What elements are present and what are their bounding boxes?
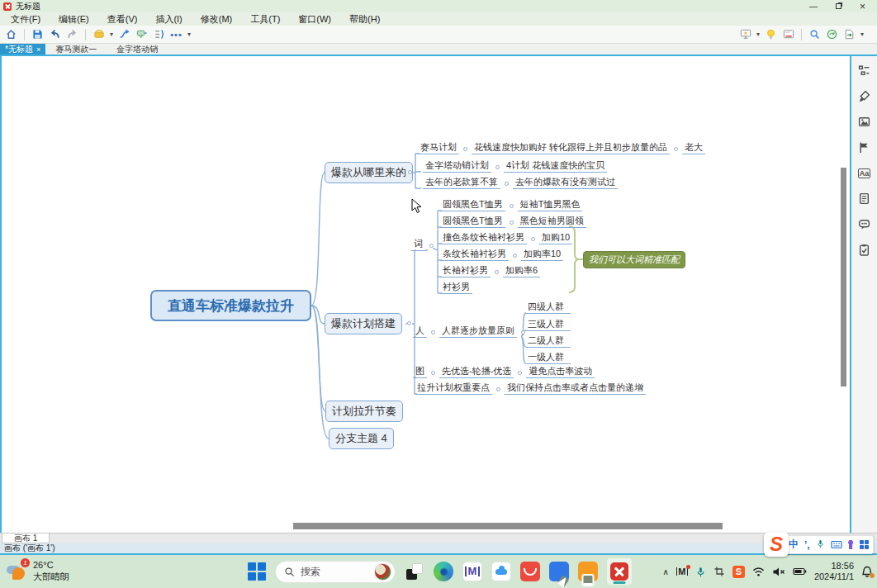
audience-level-3[interactable]: 三级人群 — [526, 319, 571, 331]
start-button[interactable] — [248, 562, 266, 581]
menu-insert[interactable]: 插入(I) — [146, 13, 191, 26]
close-button[interactable]: × — [860, 2, 865, 11]
topic-row[interactable]: 人 人群逐步放量原则 — [413, 325, 529, 338]
topic-text[interactable]: 圆领黑色T恤男 — [440, 216, 505, 228]
tray-sogou-icon[interactable]: S — [732, 566, 745, 578]
collapse-dot[interactable] — [510, 220, 514, 225]
task-panel-button[interactable] — [857, 243, 872, 257]
topic-text[interactable]: 金字塔动销计划 — [423, 160, 491, 173]
topic-row[interactable]: 图 先优选-轮播-优选 避免点击率波动 — [413, 366, 595, 378]
tab-saima-cekuan[interactable]: 赛马测款一 — [45, 44, 107, 55]
topic-row[interactable]: 金字塔动销计划 4计划 花钱速度快的宝贝 — [423, 160, 607, 173]
topic-text[interactable]: 黑色短袖男圆领 — [518, 216, 586, 228]
taskbar-weather[interactable]: 1 26°C 大部晴朗 — [7, 559, 69, 582]
search-highlight-avatar[interactable] — [374, 563, 391, 581]
note-panel-button[interactable] — [857, 192, 872, 206]
vertical-scrollbar[interactable] — [841, 168, 846, 386]
sogou-punctuation-icon[interactable]: ’, — [804, 539, 810, 551]
sogou-keyboard-icon[interactable] — [831, 538, 842, 552]
edge-browser-icon[interactable] — [434, 562, 453, 581]
topic-text[interactable]: 加购率6 — [503, 265, 540, 277]
mind-app-icon[interactable]: M — [462, 562, 482, 581]
menu-view[interactable]: 查看(V) — [98, 13, 147, 26]
volume-muted-icon[interactable] — [772, 567, 785, 577]
export-button[interactable] — [841, 26, 858, 42]
topic-text[interactable]: 图 — [413, 366, 427, 378]
central-topic[interactable]: 直通车标准爆款拉升 — [150, 290, 311, 321]
save-button[interactable] — [29, 26, 46, 42]
notification-bell-icon[interactable] — [861, 566, 873, 578]
topic-text[interactable]: 条纹长袖衬衫男 — [440, 249, 509, 261]
topic-text[interactable]: 衬衫男 — [440, 282, 472, 294]
restore-button[interactable] — [836, 2, 841, 11]
topic-text[interactable]: 去年的老款算不算 — [423, 177, 500, 189]
collapse-dot[interactable] — [407, 321, 411, 325]
task-view-button[interactable] — [405, 562, 424, 581]
home-button[interactable] — [2, 26, 20, 42]
summary-button[interactable] — [150, 26, 168, 42]
topic-text[interactable]: 花钱速度快加购好 转化跟得上并且初步放量的品 — [472, 142, 670, 154]
topic-text[interactable]: 圆领黑色T恤男 — [440, 199, 505, 211]
audience-level-2[interactable]: 二级人群 — [526, 335, 571, 348]
clock[interactable]: 18:56 2024/11/1 — [814, 561, 854, 582]
menu-help[interactable]: 帮助(H) — [340, 13, 389, 26]
wifi-icon[interactable] — [752, 567, 765, 577]
collapse-dot[interactable] — [531, 237, 535, 241]
branch-plan-lift-rhythm[interactable]: 计划拉升节奏 — [325, 401, 403, 422]
presentation-button[interactable] — [737, 26, 754, 42]
slide-preview-button[interactable] — [780, 26, 797, 42]
topic-text[interactable]: 加购10 — [539, 232, 572, 244]
topic-text[interactable]: 短袖T恤男黑色 — [518, 199, 583, 211]
audience-level-1[interactable]: 一级人群 — [526, 352, 571, 364]
collapse-dot[interactable] — [518, 371, 522, 375]
collapse-dot[interactable] — [510, 204, 514, 208]
font-panel-button[interactable]: Aa — [857, 166, 872, 180]
collapse-dot[interactable] — [513, 254, 517, 258]
audience-level-4[interactable]: 四级人群 — [526, 301, 571, 314]
collapse-dot[interactable] — [674, 147, 678, 151]
idea-button[interactable] — [762, 26, 780, 42]
branch-where-hot-items-come-from[interactable]: 爆款从哪里来的 — [325, 162, 413, 183]
topic-row[interactable]: 条纹长袖衬衫男 加购率10 — [440, 249, 563, 261]
sogou-chinese-mode-icon[interactable]: 中 — [789, 538, 799, 552]
active-mindmap-app[interactable] — [607, 558, 632, 585]
tray-m-app-icon[interactable]: M — [676, 567, 688, 576]
collapse-dot[interactable] — [463, 147, 467, 151]
marker-panel-button[interactable] — [857, 140, 872, 154]
horizontal-scrollbar[interactable] — [293, 523, 723, 529]
topic-text[interactable]: 我们保持点击率或者点击量的递增 — [505, 382, 646, 395]
menu-file[interactable]: 文件(F) — [2, 13, 50, 26]
topic-text[interactable]: 去年的爆款有没有测试过 — [513, 177, 618, 189]
more-button[interactable]: ••• — [168, 26, 185, 42]
summary-callout[interactable]: 我们可以大词精准匹配 — [583, 251, 685, 268]
sogou-mic-icon[interactable] — [816, 538, 825, 552]
topic-row[interactable]: 撞色条纹长袖衬衫男 加购10 — [440, 232, 572, 244]
share-button[interactable] — [823, 26, 841, 42]
collapse-dot[interactable] — [505, 182, 509, 186]
topic-text[interactable]: 人 — [413, 325, 427, 338]
branch-subtopic-4[interactable]: 分支主题 4 — [329, 428, 394, 449]
collapse-dot[interactable] — [431, 330, 435, 334]
collapse-dot[interactable] — [496, 387, 500, 391]
sogou-skin-icon[interactable] — [848, 540, 854, 549]
branch-hot-item-plan-build[interactable]: 爆款计划搭建 — [325, 313, 402, 334]
redo-button[interactable] — [64, 26, 81, 42]
topic-row[interactable]: 衬衫男 — [440, 282, 472, 294]
search-button[interactable] — [806, 26, 823, 42]
sogou-input-bar[interactable]: S 中 ’, — [765, 535, 874, 554]
format-panel-button[interactable] — [857, 89, 872, 103]
sogou-logo-icon[interactable]: S — [764, 532, 789, 557]
tab-untitled-active[interactable]: *无标题 × — [0, 44, 45, 55]
topic-text[interactable]: 避免点击率波动 — [526, 366, 595, 378]
topic-text[interactable]: 撞色条纹长袖衬衫男 — [440, 232, 527, 244]
battery-icon[interactable] — [793, 567, 807, 576]
outline-panel-button[interactable] — [857, 64, 872, 78]
callout-button[interactable] — [133, 26, 150, 42]
cloud-app-icon[interactable] — [491, 562, 511, 581]
topic-row[interactable]: 圆领黑色T恤男 短袖T恤男黑色 — [440, 199, 582, 211]
collapse-dot[interactable] — [521, 330, 525, 334]
tab-jinzita-dongxiao[interactable]: 金字塔动销 — [107, 44, 168, 55]
presentation-caret[interactable]: ▾ — [754, 31, 762, 38]
menu-window[interactable]: 窗口(W) — [289, 13, 340, 26]
topic-row[interactable]: 去年的老款算不算 去年的爆款有没有测试过 — [423, 177, 618, 189]
